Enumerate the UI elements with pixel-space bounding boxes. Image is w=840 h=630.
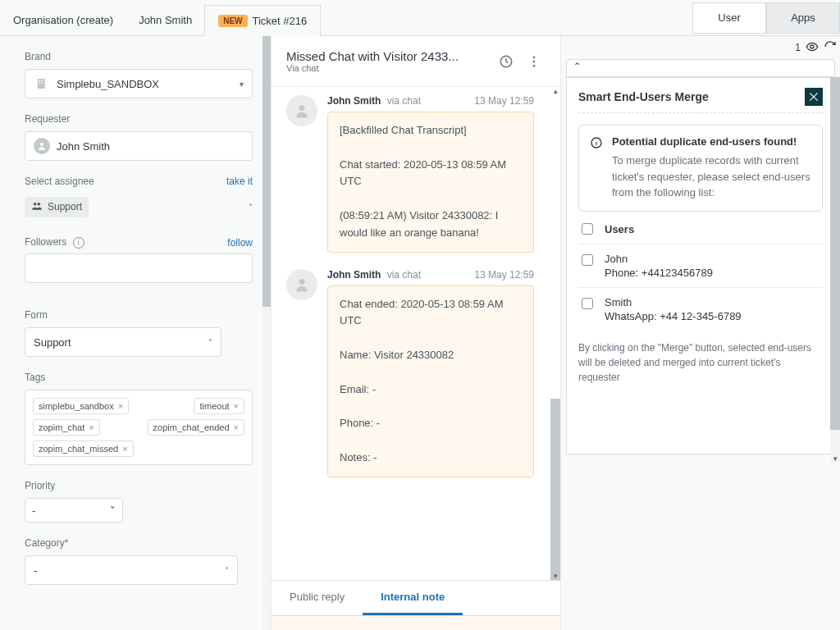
form-label: Form [25, 309, 253, 321]
user-panel-button[interactable]: User [692, 2, 766, 34]
tags-label: Tags [25, 372, 253, 383]
user-checkbox[interactable] [582, 298, 593, 309]
avatar-icon [34, 138, 50, 154]
ticket-title: Missed Chat with Visitor 2433... [286, 49, 475, 63]
message: John Smith via chat 13 May 12:59 Chat en… [286, 269, 534, 477]
tag: zopim_chat_ended× [148, 419, 244, 436]
scroll-up-arrow[interactable]: ▴ [550, 87, 560, 95]
badge-new: NEW [218, 15, 247, 27]
scroll-down-arrow[interactable]: ▾ [550, 572, 560, 580]
message: John Smith via chat 13 May 12:59 [Backfi… [286, 95, 534, 253]
svg-rect-3 [39, 83, 40, 84]
follow-link[interactable]: follow [227, 237, 253, 249]
tag-remove-icon[interactable]: × [234, 401, 239, 411]
app-logo-icon [805, 88, 823, 106]
requester-label: Requester [25, 113, 253, 125]
tab-internal-note[interactable]: Internal note [363, 581, 463, 615]
viewers-count: 1 [795, 42, 801, 53]
svg-point-6 [34, 202, 37, 205]
tag-remove-icon[interactable]: × [118, 401, 123, 411]
msg-time: 13 May 12:59 [474, 269, 534, 281]
brand-select[interactable]: Simplebu_SANDBOX ▾ [25, 69, 253, 98]
form-select[interactable]: Support ˅ [25, 327, 221, 357]
priority-select[interactable]: - ˅ [25, 498, 123, 523]
scrollbar-thumb[interactable] [830, 77, 840, 430]
category-label: Category* [25, 537, 253, 549]
category-value: - [34, 564, 37, 577]
tag-text: timeout [199, 401, 229, 411]
apps-panel-button[interactable]: Apps [766, 2, 840, 34]
msg-time: 13 May 12:59 [474, 95, 534, 107]
take-it-link[interactable]: take it [226, 176, 253, 187]
assignee-select[interactable]: Support ˅ [25, 192, 253, 221]
followers-label-text: Followers [25, 236, 66, 248]
tag-text: zopim_chat_ended [153, 422, 230, 432]
msg-channel: via chat [387, 269, 421, 281]
more-icon[interactable] [523, 50, 546, 73]
msg-line: [Backfilled Chat Transcript] [340, 122, 522, 139]
msg-author: John Smith [327, 269, 381, 281]
msg-line: Email: - [340, 381, 522, 399]
tab-public-reply[interactable]: Public reply [272, 581, 363, 615]
tag-remove-icon[interactable]: × [89, 422, 94, 432]
requester-value: John Smith [57, 140, 110, 153]
svg-rect-2 [41, 80, 43, 82]
tag-remove-icon[interactable]: × [122, 444, 127, 454]
followers-label: Followers i [25, 236, 84, 249]
svg-point-9 [533, 56, 536, 58]
msg-line: (08:59:21 AM) Visitor 24330082: I would … [340, 208, 522, 242]
user-name: John [605, 253, 713, 265]
apps-panel-label: Apps [791, 11, 815, 24]
scrollbar-thumb[interactable] [550, 399, 560, 580]
svg-point-14 [810, 45, 814, 48]
msg-line: Notes: - [340, 450, 522, 467]
tag: simplebu_sandbox× [33, 398, 129, 414]
tab-person[interactable]: John Smith [126, 5, 205, 36]
scrollbar-thumb[interactable] [262, 36, 271, 307]
brand-label: Brand [25, 51, 253, 62]
info-icon[interactable]: i [73, 237, 84, 249]
msg-body: Chat ended: 2020-05-13 08:59 AM UTC Name… [327, 285, 534, 477]
category-select[interactable]: - ˅ [25, 555, 238, 585]
tag-remove-icon[interactable]: × [234, 422, 239, 432]
building-icon [34, 75, 50, 92]
select-all-checkbox[interactable] [582, 223, 593, 235]
tag-text: zopim_chat_missed [39, 444, 118, 454]
svg-point-13 [299, 279, 305, 285]
left-scrollbar[interactable] [262, 36, 271, 630]
right-scrollbar[interactable]: ▴ ▾ [830, 77, 840, 463]
priority-value: - [32, 504, 35, 517]
tab-organisation[interactable]: Organisation (create) [0, 5, 126, 36]
svg-rect-1 [39, 80, 40, 82]
user-checkbox[interactable] [582, 254, 593, 266]
msg-line: Name: Visitor 24330082 [340, 347, 522, 364]
user-contact: WhatsApp: +44 12-345-6789 [605, 310, 742, 322]
center-scrollbar[interactable]: ▴ ▾ [550, 87, 560, 580]
tag: zopim_chat_missed× [33, 441, 134, 457]
chevron-up-icon: ˆ [575, 62, 579, 75]
chevron-down-icon: ˅ [225, 566, 229, 575]
tab-ticket[interactable]: NEW Ticket #216 [204, 5, 321, 36]
user-name: Smith [605, 296, 742, 308]
composer-textarea[interactable] [272, 615, 560, 630]
refresh-icon[interactable] [824, 40, 837, 56]
form-value: Support [34, 336, 71, 349]
svg-point-10 [533, 60, 536, 62]
history-icon[interactable] [495, 50, 518, 73]
svg-point-11 [533, 64, 536, 66]
requester-select[interactable]: John Smith [25, 131, 253, 161]
priority-label: Priority [25, 480, 253, 491]
msg-author: John Smith [327, 95, 381, 107]
app-collapse-toggle[interactable]: ˆ [566, 59, 835, 77]
tag-text: simplebu_sandbox [39, 401, 114, 411]
svg-rect-4 [41, 83, 43, 84]
chevron-down-icon: ˅ [208, 338, 212, 347]
tags-input[interactable]: simplebu_sandbox× timeout× zopim_chat× z… [25, 390, 253, 465]
tab-org-label: Organisation (create) [13, 14, 113, 26]
tab-ticket-label: Ticket #216 [253, 15, 308, 27]
followers-input[interactable] [25, 253, 253, 283]
msg-line: Phone: - [340, 415, 522, 432]
assignee-value: Support [48, 201, 82, 212]
scroll-down-arrow[interactable]: ▾ [830, 454, 840, 463]
alert-desc: To merge duplicate records with current … [612, 153, 812, 201]
